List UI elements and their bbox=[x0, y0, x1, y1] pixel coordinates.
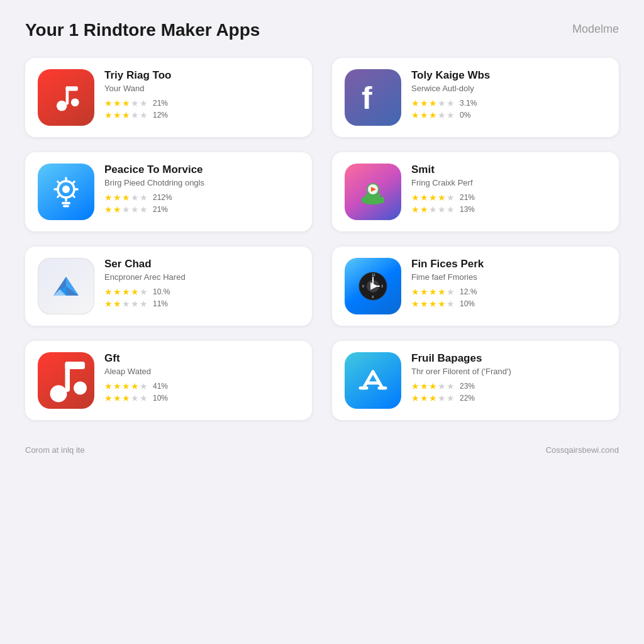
rating-row-2: ★★★★★ 11% bbox=[104, 299, 299, 308]
rating-row-1: ★★★★★ 41% bbox=[104, 382, 299, 391]
lightbulb-icon bbox=[38, 164, 94, 220]
svg-line-42 bbox=[373, 372, 382, 388]
app-card[interactable]: f Toly Kaige Wbs Serwice Autl-doly ★★★★★… bbox=[332, 58, 619, 137]
svg-rect-19 bbox=[379, 197, 384, 203]
rating-pct-1: 12.% bbox=[460, 287, 477, 296]
svg-text:6: 6 bbox=[372, 295, 374, 299]
rating-row-1: ★★★★★ 212% bbox=[104, 193, 299, 202]
rating-pct-1: 3.1% bbox=[460, 99, 477, 108]
app-info: Toly Kaige Wbs Serwice Autl-doly ★★★★★ 3… bbox=[411, 69, 606, 119]
app-name: Toly Kaige Wbs bbox=[411, 69, 606, 82]
svg-point-1 bbox=[70, 98, 79, 106]
app-name: Fruil Bapages bbox=[411, 352, 606, 365]
page-title: Your 1 Rindtore Maker Apps bbox=[25, 20, 260, 40]
app-info: Triy Riag Too Your Wand ★★★★★ 21% ★★★★★ … bbox=[104, 69, 299, 119]
svg-line-12 bbox=[72, 182, 75, 184]
rating-pct-1: 10.% bbox=[153, 287, 170, 296]
clock-icon: 12 3 6 9 bbox=[345, 258, 401, 314]
video-icon bbox=[345, 164, 401, 220]
svg-line-13 bbox=[58, 195, 60, 197]
svg-text:f: f bbox=[362, 80, 372, 116]
app-subtitle: Encproner Arec Hared bbox=[104, 272, 299, 282]
origami-icon bbox=[38, 258, 94, 314]
app-subtitle: Your Wand bbox=[104, 84, 299, 93]
app-subtitle: Thr orer Filorent of ('Frand') bbox=[411, 367, 606, 376]
app-info: Peacice To Morvice Brirg Pieed Chotdring… bbox=[104, 164, 299, 214]
rating-row-1: ★★★★★ 10.% bbox=[104, 287, 299, 296]
svg-point-38 bbox=[74, 382, 87, 395]
app-name: Gft bbox=[104, 352, 299, 365]
app-info: Smit Fring Craixk Perf ★★★★★ 21% ★★★★★ 1… bbox=[411, 164, 606, 214]
app-card[interactable]: Peacice To Morvice Brirg Pieed Chotdring… bbox=[25, 152, 312, 231]
rating-pct-2: 10% bbox=[153, 394, 168, 402]
facebook-icon: f bbox=[345, 69, 401, 126]
rating-row-2: ★★★★★ 0% bbox=[411, 111, 606, 119]
svg-text:12: 12 bbox=[372, 273, 375, 277]
music2-icon bbox=[38, 352, 94, 409]
app-grid: Triy Riag Too Your Wand ★★★★★ 21% ★★★★★ … bbox=[25, 58, 619, 420]
rating-row-1: ★★★★★ 21% bbox=[104, 99, 299, 108]
rating-pct-1: 41% bbox=[153, 382, 168, 391]
rating-pct-2: 0% bbox=[460, 111, 470, 119]
app-info: Ser Chad Encproner Arec Hared ★★★★★ 10.%… bbox=[104, 258, 299, 308]
app-subtitle: Serwice Autl-doly bbox=[411, 84, 606, 93]
app-info: Fruil Bapages Thr orer Filorent of ('Fra… bbox=[411, 352, 606, 402]
rating-row-2: ★★★★★ 22% bbox=[411, 394, 606, 402]
music-icon bbox=[38, 69, 94, 126]
rating-row-1: ★★★★★ 21% bbox=[411, 193, 606, 202]
app-card[interactable]: Smit Fring Craixk Perf ★★★★★ 21% ★★★★★ 1… bbox=[332, 152, 619, 231]
app-subtitle: Brirg Pieed Chotdring ongls bbox=[104, 178, 299, 187]
app-name: Triy Riag Too bbox=[104, 69, 299, 82]
rating-pct-2: 11% bbox=[153, 299, 168, 308]
svg-point-37 bbox=[50, 386, 67, 402]
svg-line-11 bbox=[72, 195, 75, 197]
rating-pct-2: 10% bbox=[460, 299, 475, 308]
footer-left: Corom at inlq ite bbox=[25, 445, 85, 455]
svg-rect-3 bbox=[65, 86, 77, 91]
rating-pct-2: 13% bbox=[460, 205, 475, 214]
app-subtitle: Fime faef Fmories bbox=[411, 272, 606, 282]
svg-text:9: 9 bbox=[362, 284, 364, 288]
app-card[interactable]: Triy Riag Too Your Wand ★★★★★ 21% ★★★★★ … bbox=[25, 58, 312, 137]
svg-rect-16 bbox=[63, 205, 69, 208]
footer-right: Cossqairsbewi.cond bbox=[546, 445, 619, 455]
app-subtitle: Aleap Wated bbox=[104, 367, 299, 376]
rating-row-2: ★★★★★ 12% bbox=[104, 111, 299, 119]
app-name: Fin Fices Perk bbox=[411, 258, 606, 270]
svg-line-10 bbox=[58, 182, 60, 184]
rating-pct-1: 23% bbox=[460, 382, 475, 391]
app-card[interactable]: Fruil Bapages Thr orer Filorent of ('Fra… bbox=[332, 341, 619, 420]
brand-name: Modelme bbox=[572, 23, 619, 36]
svg-rect-40 bbox=[65, 362, 86, 369]
rating-row-1: ★★★★★ 23% bbox=[411, 382, 606, 391]
svg-rect-18 bbox=[362, 197, 367, 203]
rating-row-2: ★★★★★ 10% bbox=[411, 299, 606, 308]
rating-pct-1: 21% bbox=[153, 99, 168, 108]
rating-pct-1: 212% bbox=[153, 193, 172, 202]
rating-row-1: ★★★★★ 12.% bbox=[411, 287, 606, 296]
app-name: Peacice To Morvice bbox=[104, 164, 299, 176]
app-name: Ser Chad bbox=[104, 258, 299, 270]
app-name: Smit bbox=[411, 164, 606, 176]
svg-text:3: 3 bbox=[381, 284, 383, 288]
app-subtitle: Fring Craixk Perf bbox=[411, 178, 606, 187]
app-info: Gft Aleap Wated ★★★★★ 41% ★★★★★ 10% bbox=[104, 352, 299, 402]
rating-row-2: ★★★★★ 13% bbox=[411, 205, 606, 214]
app-info: Fin Fices Perk Fime faef Fmories ★★★★★ 1… bbox=[411, 258, 606, 308]
appstore-icon bbox=[345, 352, 401, 409]
rating-pct-2: 12% bbox=[153, 111, 168, 119]
svg-line-41 bbox=[364, 372, 373, 388]
svg-point-14 bbox=[62, 186, 70, 193]
rating-row-2: ★★★★★ 10% bbox=[104, 394, 299, 402]
app-card[interactable]: Ser Chad Encproner Arec Hared ★★★★★ 10.%… bbox=[25, 247, 312, 326]
rating-row-1: ★★★★★ 3.1% bbox=[411, 99, 606, 108]
rating-pct-2: 22% bbox=[460, 394, 475, 402]
svg-rect-15 bbox=[62, 202, 70, 204]
rating-row-2: ★★★★★ 21% bbox=[104, 205, 299, 214]
app-card[interactable]: Gft Aleap Wated ★★★★★ 41% ★★★★★ 10% bbox=[25, 341, 312, 420]
svg-point-0 bbox=[56, 101, 67, 111]
app-card[interactable]: 12 3 6 9 Fin Fices Perk Fime faef Fmorie… bbox=[332, 247, 619, 326]
rating-pct-2: 21% bbox=[153, 205, 168, 214]
rating-pct-1: 21% bbox=[460, 193, 475, 202]
